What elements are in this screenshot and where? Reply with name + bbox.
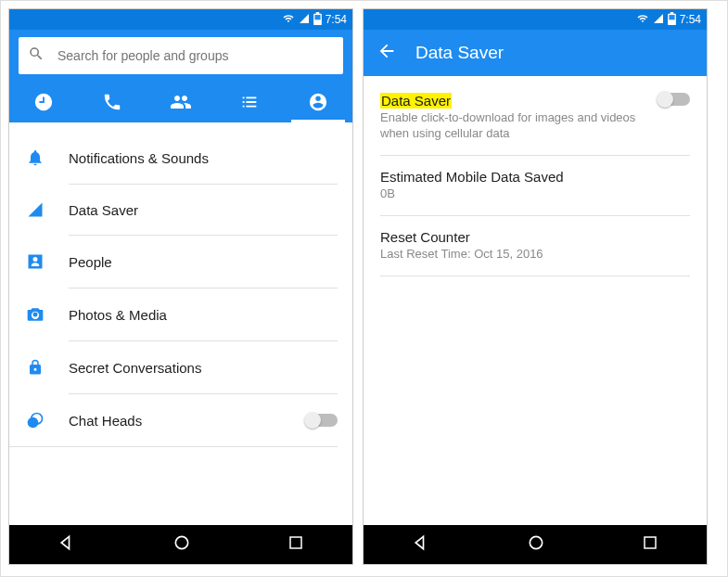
wifi-icon bbox=[282, 13, 295, 27]
search-box[interactable] bbox=[19, 37, 343, 74]
svg-point-3 bbox=[175, 536, 187, 548]
back-button[interactable] bbox=[377, 41, 397, 65]
tab-people[interactable] bbox=[147, 82, 215, 122]
signal-icon bbox=[653, 13, 664, 27]
settings-item-notifications[interactable]: Notifications & Sounds bbox=[9, 132, 352, 184]
nav-back[interactable] bbox=[57, 533, 76, 556]
ds-row-toggle[interactable]: Data Saver Enable click-to-download for … bbox=[364, 82, 707, 153]
android-navbar bbox=[9, 525, 352, 564]
settings-item-people[interactable]: People bbox=[9, 236, 352, 288]
settings-item-label: Photos & Media bbox=[69, 307, 338, 323]
ds-primary: Reset Counter bbox=[380, 229, 690, 245]
camera-icon bbox=[24, 305, 46, 324]
nav-recent[interactable] bbox=[642, 534, 658, 555]
divider bbox=[380, 155, 690, 156]
nav-home[interactable] bbox=[527, 533, 545, 556]
svg-point-6 bbox=[530, 536, 542, 548]
phone-settings: 7:54 Notifications bbox=[8, 8, 353, 565]
search-icon bbox=[28, 45, 45, 66]
header-search-area bbox=[9, 30, 352, 82]
settings-item-chat-heads[interactable]: Chat Heads bbox=[9, 394, 352, 446]
tabs bbox=[9, 82, 352, 122]
bell-icon bbox=[24, 148, 46, 167]
settings-item-label: Secret Conversations bbox=[69, 360, 338, 376]
chat-heads-toggle[interactable] bbox=[306, 414, 338, 427]
ds-secondary: Last Reset Time: Oct 15, 2016 bbox=[380, 247, 690, 263]
lock-icon bbox=[24, 358, 46, 377]
tab-me[interactable] bbox=[284, 82, 352, 122]
status-time: 7:54 bbox=[680, 13, 701, 26]
nav-recent[interactable] bbox=[287, 534, 304, 555]
ds-secondary: Enable click-to-download for images and … bbox=[380, 110, 649, 142]
nav-back[interactable] bbox=[412, 533, 430, 556]
settings-item-data-saver[interactable]: Data Saver bbox=[9, 185, 352, 235]
settings-item-secret[interactable]: Secret Conversations bbox=[9, 341, 352, 393]
divider bbox=[380, 215, 690, 216]
page-title: Data Saver bbox=[415, 43, 504, 63]
battery-icon bbox=[668, 12, 676, 28]
ds-primary: Estimated Mobile Data Saved bbox=[380, 169, 690, 185]
person-icon bbox=[24, 252, 46, 271]
divider bbox=[380, 276, 690, 276]
signal-icon bbox=[299, 13, 310, 27]
nav-home[interactable] bbox=[172, 533, 191, 556]
settings-item-label: Data Saver bbox=[69, 202, 338, 218]
tab-recents[interactable] bbox=[9, 82, 78, 122]
android-navbar bbox=[364, 525, 707, 564]
signal-icon bbox=[24, 201, 46, 218]
ds-secondary: 0B bbox=[380, 186, 690, 202]
search-input[interactable] bbox=[57, 48, 334, 63]
svg-rect-0 bbox=[314, 15, 320, 19]
tab-calls[interactable] bbox=[78, 82, 147, 122]
svg-rect-7 bbox=[645, 537, 656, 548]
toggle-knob bbox=[657, 91, 673, 108]
tab-groups[interactable] bbox=[215, 82, 284, 122]
toggle-knob bbox=[304, 412, 321, 429]
ds-row-estimated[interactable]: Estimated Mobile Data Saved 0B bbox=[364, 158, 707, 213]
wifi-icon bbox=[636, 13, 649, 27]
status-time: 7:54 bbox=[326, 13, 347, 26]
svg-point-2 bbox=[28, 417, 39, 429]
status-bar: 7:54 bbox=[364, 9, 707, 30]
ds-primary-highlight: Data Saver bbox=[380, 93, 452, 109]
settings-item-photos[interactable]: Photos & Media bbox=[9, 288, 352, 340]
phone-data-saver: 7:54 Data Saver Data Saver Enable click-… bbox=[363, 8, 708, 565]
svg-rect-5 bbox=[669, 15, 674, 19]
titlebar: Data Saver bbox=[364, 30, 707, 76]
battery-icon bbox=[313, 12, 322, 28]
data-saver-list: Data Saver Enable click-to-download for … bbox=[364, 76, 707, 525]
settings-list: Notifications & Sounds Data Saver People… bbox=[9, 122, 352, 525]
data-saver-toggle[interactable] bbox=[658, 93, 690, 106]
settings-item-label: People bbox=[69, 254, 338, 270]
chatheads-icon bbox=[24, 411, 46, 430]
settings-item-label: Notifications & Sounds bbox=[69, 150, 338, 166]
settings-item-label: Chat Heads bbox=[69, 413, 284, 429]
status-bar: 7:54 bbox=[9, 9, 352, 30]
svg-rect-4 bbox=[290, 537, 301, 548]
divider bbox=[9, 446, 338, 447]
ds-row-reset[interactable]: Reset Counter Last Reset Time: Oct 15, 2… bbox=[364, 218, 707, 274]
